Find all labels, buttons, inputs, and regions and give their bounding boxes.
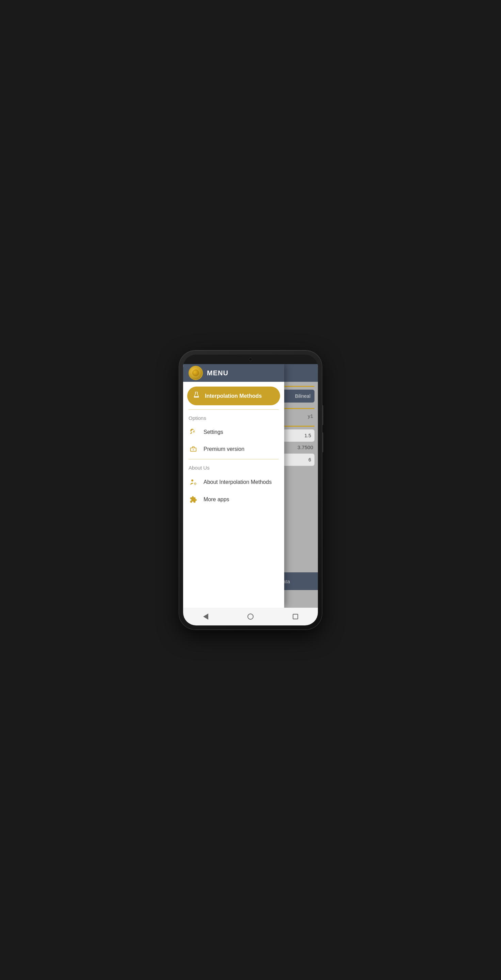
front-camera bbox=[249, 358, 252, 361]
active-menu-item-interpolation[interactable]: Interpolation Methods bbox=[187, 387, 280, 405]
logo-inner-circle bbox=[192, 369, 199, 376]
briefcase-icon bbox=[189, 445, 198, 453]
about-section-header: About Us bbox=[183, 461, 284, 473]
bg-dropdown-text: Bilineal bbox=[295, 393, 310, 399]
home-icon bbox=[247, 614, 254, 620]
phone-screen: ETHODS Bilineal y1 1.5 3.7500 6 bbox=[183, 355, 318, 625]
drawer-divider-1 bbox=[189, 409, 279, 410]
phone-frame: ETHODS Bilineal y1 1.5 3.7500 6 bbox=[179, 350, 322, 630]
user-cog-icon bbox=[189, 478, 198, 486]
back-icon bbox=[203, 614, 208, 620]
home-button[interactable] bbox=[240, 610, 261, 624]
drawer-header: MENU bbox=[183, 364, 284, 382]
active-item-label: Interpolation Methods bbox=[205, 393, 262, 399]
premium-label: Premium version bbox=[204, 446, 244, 452]
recents-icon bbox=[293, 614, 298, 619]
screen: ETHODS Bilineal y1 1.5 3.7500 6 bbox=[183, 364, 318, 608]
drawer-title: MENU bbox=[207, 369, 228, 377]
recents-button[interactable] bbox=[285, 610, 305, 624]
svg-point-0 bbox=[191, 479, 193, 482]
menu-item-about[interactable]: About Interpolation Methods bbox=[183, 473, 284, 491]
wrench-icon bbox=[189, 428, 198, 436]
back-button[interactable] bbox=[196, 610, 216, 624]
bg-input-value-1: 1.5 bbox=[305, 433, 311, 438]
app-logo bbox=[189, 366, 203, 380]
about-label: About Interpolation Methods bbox=[204, 479, 272, 485]
bg-input-value-2: 6 bbox=[309, 457, 311, 463]
settings-label: Settings bbox=[204, 429, 223, 435]
navigation-drawer: MENU Interpolation Methods Options bbox=[183, 364, 284, 608]
flask-icon bbox=[192, 391, 200, 401]
menu-item-more-apps[interactable]: More apps bbox=[183, 491, 284, 508]
menu-item-premium[interactable]: Premium version bbox=[183, 441, 284, 458]
status-bar bbox=[183, 355, 318, 364]
navigation-bar bbox=[183, 608, 318, 625]
menu-item-settings[interactable]: Settings bbox=[183, 424, 284, 441]
options-section-header: Options bbox=[183, 411, 284, 424]
more-apps-label: More apps bbox=[204, 496, 229, 503]
puzzle-icon bbox=[189, 496, 198, 503]
drawer-divider-2 bbox=[189, 459, 279, 460]
